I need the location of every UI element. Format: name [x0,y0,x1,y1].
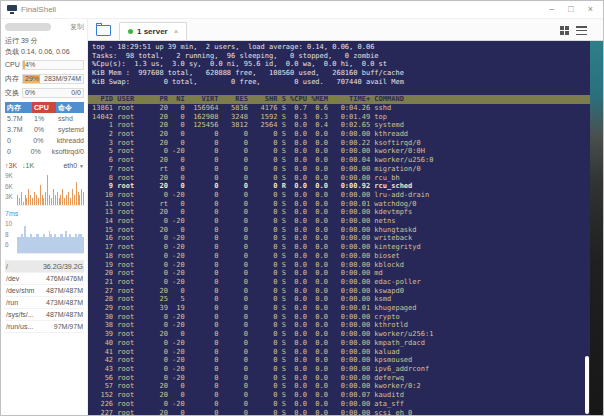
disk-usage-table: /36.2G/39.2G/dev476M/476M/dev/shm487M/48… [5,260,84,333]
process-row: 40 root 0 -20 0 0 0 S 0.0 0.0 0:00.00 km… [92,339,590,348]
title-bar: FinalShell – □ × [1,1,603,19]
process-row: 226 root 0 -20 0 0 0 S 0.0 0.0 0:00.00 a… [92,400,590,409]
process-row: 3 root 20 0 0 0 0 S 0.0 0.0 0:00.22 ksof… [92,139,590,148]
copy-button[interactable]: 复制 [70,22,84,32]
ping-chart: 1086 [5,220,84,254]
process-row: 16 root 0 -20 0 0 0 S 0.0 0.0 0:00.00 wr… [92,234,590,243]
process-row: 14 root 0 -20 0 0 0 S 0.0 0.0 0:00.00 ne… [92,217,590,226]
maximize-button[interactable]: □ [568,5,573,14]
cpu-percent: 4% [25,61,35,69]
process-row: 28 root 25 5 0 0 0 S 0.0 0.0 0:00.00 ksm… [92,295,590,304]
disk-row[interactable]: /36.2G/39.2G [5,261,84,273]
connection-status-dot [128,29,133,34]
swap-detail: 0/0 [71,89,81,97]
sidebar-process-rows: 5.7M1%sshd3.7M0%systemd00%kthreadd00%kso… [5,113,84,157]
process-row: 15 root 20 0 0 0 0 S 0.0 0.0 0:00.00 khu… [92,226,590,235]
sidebar-process-row[interactable]: 3.7M0%systemd [5,124,84,135]
process-row: 227 root 20 0 0 0 0 S 0.0 0.0 0:00.00 sc… [92,409,590,415]
sidebar-process-row[interactable]: 5.7M1%sshd [5,113,84,124]
process-row: 19 root 0 -20 0 0 0 S 0.0 0.0 0:00.00 kb… [92,261,590,270]
right-edge-strip [590,41,603,415]
folder-icon[interactable] [96,25,111,36]
download-rate: 1K [26,162,35,169]
terminal[interactable]: top - 18:29:51 up 39 min, 2 users, load … [88,41,590,415]
process-row: 17 root 0 -20 0 0 0 S 0.0 0.0 0:00.00 ki… [92,243,590,252]
swap-percent: 0% [25,89,35,97]
tab-server[interactable]: 1 server × [119,22,187,40]
process-row: 21 root 0 -20 0 0 0 S 0.0 0.0 0:00.00 ed… [92,278,590,287]
tab-bar: 1 server × [88,19,603,41]
memory-gauge: 内存 29% 283M/974M [5,72,84,85]
disk-row[interactable]: /dev/shm487M/487M [5,285,84,297]
process-row: 30 root 0 -20 0 0 0 S 0.0 0.0 0:00.00 cr… [92,313,590,322]
finalshell-window: FinalShell – □ × 复制 运行 39 分 负载 0.14, 0.0… [0,0,604,416]
load-label: 负载 0.14, 0.06, 0.06 [5,46,84,57]
process-row: 1 root 20 0 125456 3812 2564 S 0.0 0.4 0… [92,121,590,130]
process-row: 27 root 20 0 0 0 0 S 0.0 0.0 0:00.00 ksw… [92,287,590,296]
top-summary: top - 18:29:51 up 39 min, 2 users, load … [92,43,590,87]
upload-rate: 3K [9,162,18,169]
app-icon [7,5,17,14]
process-row: 6 root 20 0 0 0 0 S 0.0 0.0 0:00.04 kwor… [92,156,590,165]
memory-percent: 29% [25,75,39,83]
minimize-button[interactable]: – [549,5,554,14]
cpu-gauge: CPU 4% [5,58,84,71]
ping-value: 7ms [5,209,84,219]
process-row: 13861 root 20 0 156964 5836 4176 S 0.7 0… [92,104,590,113]
process-row: 5 root 0 -20 0 0 0 S 0.0 0.0 0:00.00 kwo… [92,147,590,156]
disk-row[interactable]: /dev476M/476M [5,273,84,285]
process-row: 13 root 20 0 0 0 0 S 0.0 0.0 0:00.00 kde… [92,208,590,217]
disk-row[interactable]: /run473M/487M [5,297,84,309]
process-row: 56 root 0 -20 0 0 0 S 0.0 0.0 0:00.00 de… [92,374,590,383]
process-row: 11 root rt 0 0 0 0 S 0.0 0.0 0:00.01 wat… [92,200,590,209]
terminal-scrollbar[interactable] [585,356,589,414]
sidebar-process-header: 内存 CPU 命令 [5,102,84,113]
memory-detail: 283M/974M [44,75,81,83]
process-row: 29 root 39 19 0 0 0 S 0.0 0.0 0:00.01 kh… [92,304,590,313]
grid-view-icon[interactable] [560,26,569,35]
network-header: ↑ 3K ↓ 1K eth0 ▼ [5,160,84,171]
process-row: 38 root 0 -20 0 0 0 S 0.0 0.0 0:00.00 kt… [92,321,590,330]
disk-row[interactable]: /run/us...97M/97M [5,321,84,333]
process-rows: 13861 root 20 0 156964 5836 4176 S 0.7 0… [92,104,590,415]
tab-close-icon[interactable]: × [174,27,179,36]
process-row: 7 root rt 0 0 0 0 S 0.0 0.0 0:00.00 migr… [92,165,590,174]
sidebar-process-row[interactable]: 00%ksoftirqd/0 [5,146,84,157]
chevron-down-icon: ▼ [79,163,84,169]
process-row: 10 root 0 -20 0 0 0 S 0.0 0.0 0:00.00 lr… [92,191,590,200]
process-row: 57 root 20 0 0 0 0 S 0.0 0.0 0:00.00 kwo… [92,382,590,391]
process-row: 39 root 20 0 0 0 0 S 0.0 0.0 0:00.00 kwo… [92,330,590,339]
sidebar-process-row[interactable]: 00%kthreadd [5,135,84,146]
sidebar-process-table: 内存 CPU 命令 5.7M1%sshd3.7M0%systemd00%kthr… [5,102,84,157]
process-row: 18 root 0 -20 0 0 0 S 0.0 0.0 0:00.00 bi… [92,252,590,261]
tab-label: 1 server [137,27,168,36]
disk-row[interactable]: /sys/fs/...487M/487M [5,309,84,321]
process-row: 42 root 0 -20 0 0 0 S 0.0 0.0 0:00.00 kp… [92,356,590,365]
process-row: 20 root 0 -20 0 0 0 S 0.0 0.0 0:00.00 md [92,269,590,278]
swap-gauge: 交换 0% 0/0 [5,86,84,99]
monitor-sidebar: 复制 运行 39 分 负载 0.14, 0.06, 0.06 CPU 4% 内存… [1,19,88,415]
process-table-header: PID USER PR NI VIRT RES SHR S %CPU %MEM … [88,95,590,104]
process-row: 8 root 20 0 0 0 0 S 0.0 0.0 0:00.00 rcu_… [92,174,590,183]
process-row: 152 root 20 0 0 0 0 S 0.0 0.0 0:00.07 ka… [92,391,590,400]
process-row: 14042 root 20 0 162908 3248 1592 S 0.3 0… [92,113,590,122]
host-name-redacted [5,23,51,31]
menu-icon[interactable] [576,26,587,35]
close-button[interactable]: × [588,5,593,14]
process-row: 43 root 0 -20 0 0 0 S 0.0 0.0 0:00.00 ip… [92,365,590,374]
uptime-label: 运行 39 分 [5,35,84,46]
network-chart: 9K6K3K [5,172,84,206]
process-row: 41 root 0 -20 0 0 0 S 0.0 0.0 0:00.00 ka… [92,348,590,357]
process-row: 2 root 20 0 0 0 0 S 0.0 0.0 0:00.00 kthr… [92,130,590,139]
process-row: 9 root 20 0 0 0 0 R 0.0 0.0 0:00.92 rcu_… [92,182,590,191]
interface-dropdown[interactable]: eth0 ▼ [63,162,84,169]
app-title: FinalShell [21,5,56,14]
